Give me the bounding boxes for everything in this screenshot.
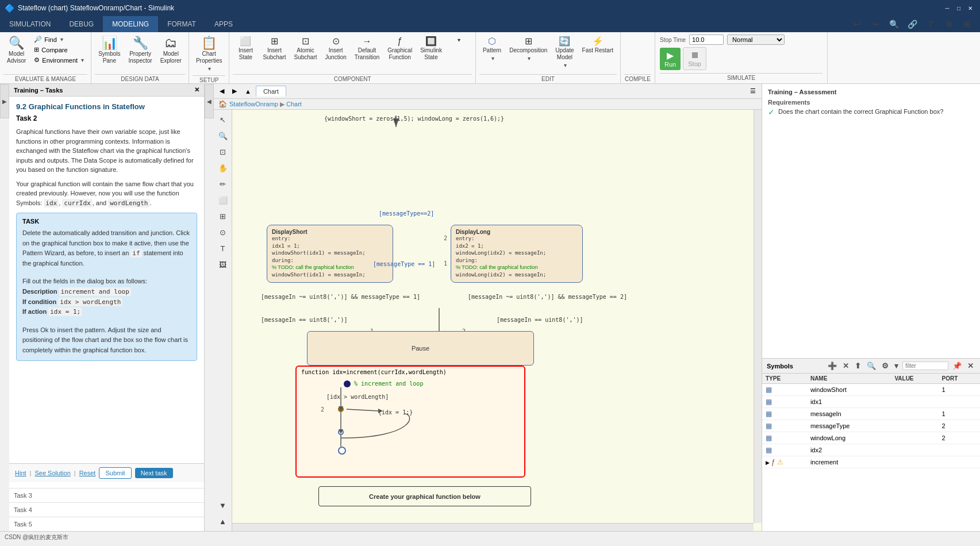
import-sym-button[interactable]: ⬆ [853,361,863,371]
image-tool[interactable]: 🖼 [216,257,230,272]
pattern-button[interactable]: ⬡ Pattern ▾ [479,34,505,64]
nav-down-tool[interactable]: ▼ [216,498,230,513]
h-scrollbar[interactable] [232,523,754,531]
graphical-function-button[interactable]: ƒ GraphicalFunction [384,34,416,63]
minimize-button[interactable]: ─ [942,3,952,13]
sym-pin-button[interactable]: 📌 [951,361,963,371]
create-function-box[interactable]: Create your graphical function below [318,486,531,506]
see-solution-link[interactable]: See Solution [34,470,70,476]
settings-button[interactable]: ⚙ [941,16,957,32]
settings-sym-button[interactable]: ⚙ [880,361,890,371]
sym-row-increment[interactable]: ▶ ƒ ⚠ increment [762,456,980,468]
undo-button[interactable]: ↩ [849,16,865,32]
symbols-pane-button[interactable]: 📊 SymbolsPane [95,34,124,67]
fast-restart-button[interactable]: ⚡ Fast Restart [579,34,617,56]
component-more-button[interactable]: ▾ [447,34,472,45]
sym-row-windowlong[interactable]: ▦ windowLong 2 [762,432,980,444]
close-button[interactable]: ✕ [965,3,975,13]
simulink-state-button[interactable]: 🔲 SimulinkState [417,34,445,63]
reset-link[interactable]: Reset [79,470,96,476]
sym-close-button[interactable]: ✕ [966,361,975,371]
nav-up-tool-side[interactable]: ▲ [216,514,230,529]
compare-button[interactable]: ⊞ Compare [30,45,87,55]
sym-row-messagein[interactable]: ▦ messageIn 1 [762,408,980,420]
rect-tool[interactable]: ⬜ [216,193,230,207]
zoom-in-tool[interactable]: 🔍 [216,128,230,143]
simulate-group-label: SIMULATE [660,73,823,81]
zoom-fit-tool[interactable]: ⊡ [216,144,230,159]
find-button[interactable]: 🔎 Find ▾ [30,34,87,44]
share-button[interactable]: 🔗 [904,16,920,32]
v-scrollbar[interactable] [754,110,762,523]
atomic-subchart-icon: ⊡ [302,37,309,46]
model-advisor-button[interactable]: 🔍 ModelAdvisor [3,34,29,67]
pencil-tool[interactable]: ✏ [216,176,230,191]
environment-button[interactable]: ⚙ Environment ▾ [30,55,87,65]
hint-link[interactable]: Hint [15,470,26,476]
graphical-function-box[interactable]: function idx=increment(currIdx,wordLengt… [295,366,525,478]
pause-state[interactable]: Pause [307,331,534,366]
update-model-button[interactable]: 🔄 UpdateModel ▾ [552,34,577,71]
task-box-text-1: Delete the automatically added transitio… [22,228,191,268]
add-sym-button[interactable]: ➕ [826,361,839,371]
left-panel-collapse[interactable]: ◀ [205,84,214,118]
search-ribbon-button[interactable]: 🔍 [886,16,902,32]
normal-select[interactable]: Normal Accelerator [727,34,785,45]
sym-row-idx1[interactable]: ▦ idx1 [762,396,980,408]
stop-time-input[interactable] [689,34,724,45]
sym-row-messagetype[interactable]: ▦ messageType 2 [762,420,980,432]
left-panel: Training – Tasks ✕ 9.2 Graphical Functio… [9,84,205,531]
next-task-button[interactable]: Next task [135,468,173,478]
run-button[interactable]: ▶ Run [660,48,681,70]
select-tool[interactable]: ↖ [216,112,230,127]
insert-subchart-button[interactable]: ⊞ InsertSubchart [259,34,289,63]
tab-modeling[interactable]: MODELING [103,16,158,32]
stop-button[interactable]: ⏹ Stop [683,47,706,70]
insert-state-button[interactable]: ⬜ InsertState [233,34,258,63]
canvas-area[interactable]: {windowShort = zeros(1,5); windowLong = … [232,110,762,531]
model-explorer-button[interactable]: 🗂 ModelExplorer [157,34,185,67]
sym-expand-increment[interactable]: ▶ [766,460,770,466]
collapse-icon[interactable]: ✕ [194,86,199,94]
submit-button[interactable]: Submit [99,467,131,479]
task-box-text-3: Press Ok to insert the pattern. Adjust t… [22,325,191,356]
tab-apps[interactable]: APPS [205,16,242,32]
right-panel-collapse[interactable]: ▶ [0,84,9,118]
default-transition-button[interactable]: → DefaultTransition [351,34,383,63]
insert-junction-button[interactable]: ⊙ InsertJunction [322,34,350,63]
sym-row-idx2[interactable]: ▦ idx2 [762,444,980,456]
property-inspector-button[interactable]: 🔧 PropertyInspector [125,34,155,67]
nav-up-button[interactable]: ▲ [241,87,255,96]
sym-row-windowshort[interactable]: ▦ windowShort 1 [762,384,980,396]
nav-forward-button[interactable]: ▶ [229,86,240,96]
circle-tool[interactable]: ⊙ [216,225,230,240]
canvas-menu-button[interactable]: ☰ [747,86,759,96]
filter-sym-button[interactable]: ▾ [893,361,900,371]
state-display-long[interactable]: DisplayLong entry:idx2 = 1;windowLong(id… [451,225,583,283]
task-4-item[interactable]: Task 4 [9,502,204,517]
state-display-short[interactable]: DisplayShort entry:idx1 = 1;windowShort(… [267,225,393,283]
help-button[interactable]: ? [923,16,939,32]
decomposition-button[interactable]: ⊞ Decomposition ▾ [506,34,551,64]
task-5-item[interactable]: Task 5 [9,517,204,531]
breadcrumb-chart[interactable]: Chart [286,101,302,107]
breadcrumb-onramp[interactable]: StateflowOnramp [229,101,278,107]
chart-properties-button[interactable]: 📋 ChartProperties ▾ [193,34,226,74]
sym-icon-windowlong: ▦ [766,434,772,442]
pan-tool[interactable]: ✋ [216,160,230,175]
task-3-item[interactable]: Task 3 [9,488,204,502]
tab-format[interactable]: FORMAT [158,16,205,32]
maximize-button[interactable]: □ [954,3,964,13]
search-sym-button[interactable]: 🔍 [865,361,878,371]
text-tool[interactable]: T [216,241,230,256]
chart-tab[interactable]: Chart [256,86,286,97]
redo-button[interactable]: ↪ [867,16,883,32]
nav-back-button[interactable]: ◀ [216,86,228,96]
expand-button[interactable]: ⊞ [959,16,975,32]
tab-debug[interactable]: DEBUG [60,16,103,32]
tab-simulation[interactable]: SIMULATION [0,16,60,32]
atomic-subchart-button[interactable]: ⊡ AtomicSubchart [290,34,320,63]
delete-sym-button[interactable]: ✕ [841,361,851,371]
symbols-filter-input[interactable] [902,362,948,370]
table-tool[interactable]: ⊞ [216,209,230,224]
